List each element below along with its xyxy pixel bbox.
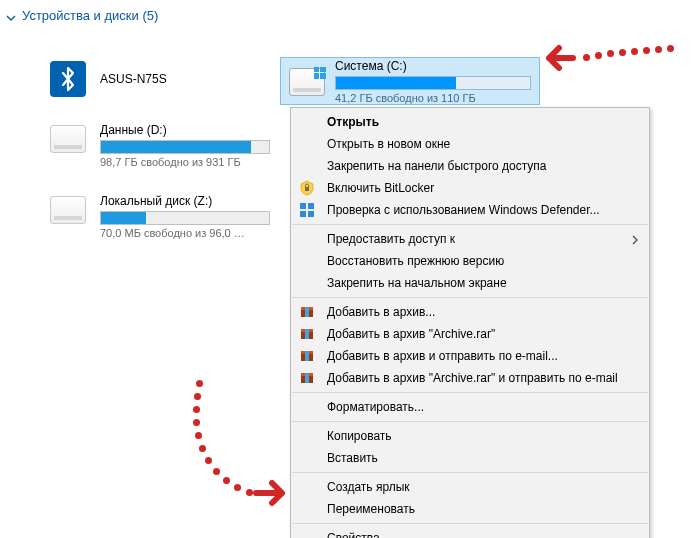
svg-rect-7 <box>300 211 306 217</box>
drive-label: Система (C:) <box>335 59 531 73</box>
hdd-icon <box>50 196 86 224</box>
menu-defender-scan[interactable]: Проверка с использованием Windows Defend… <box>291 199 649 221</box>
hdd-icon <box>289 68 325 96</box>
menu-winrar-email[interactable]: Добавить в архив и отправить по e-mail..… <box>291 345 649 367</box>
menu-winrar-named-email[interactable]: Добавить в архив "Archive.rar" и отправи… <box>291 367 649 389</box>
menu-separator <box>292 297 648 298</box>
menu-rename[interactable]: Переименовать <box>291 498 649 520</box>
annotation-arrow-bottom <box>180 380 300 530</box>
bitlocker-icon <box>299 180 315 196</box>
svg-rect-11 <box>305 307 309 317</box>
svg-rect-2 <box>314 73 319 79</box>
menu-create-shortcut[interactable]: Создать ярлык <box>291 476 649 498</box>
svg-rect-4 <box>305 187 309 191</box>
context-menu: Открыть Открыть в новом окне Закрепить н… <box>290 107 650 538</box>
drive-subtext: 98,7 ГБ свободно из 931 ГБ <box>100 156 270 168</box>
svg-rect-0 <box>314 67 319 72</box>
device-bluetooth[interactable]: ASUS-N75S <box>50 61 270 97</box>
menu-enable-bitlocker[interactable]: Включить BitLocker <box>291 177 649 199</box>
menu-separator <box>292 523 648 524</box>
defender-icon <box>299 202 315 218</box>
winrar-icon <box>299 370 315 386</box>
svg-rect-6 <box>308 203 314 209</box>
svg-rect-20 <box>305 373 309 383</box>
group-title-label: Устройства и диски (5) <box>22 8 158 23</box>
drive-subtext: 70,0 МБ свободно из 96,0 … <box>100 227 270 239</box>
winrar-icon <box>299 326 315 342</box>
winrar-icon <box>299 304 315 320</box>
menu-pin-quick-access[interactable]: Закрепить на панели быстрого доступа <box>291 155 649 177</box>
menu-restore-previous[interactable]: Восстановить прежнюю версию <box>291 250 649 272</box>
menu-separator <box>292 392 648 393</box>
svg-rect-14 <box>305 329 309 339</box>
svg-rect-17 <box>305 351 309 361</box>
usage-bar <box>100 140 270 154</box>
svg-rect-1 <box>320 67 326 72</box>
drive-subtext: 41,2 ГБ свободно из 110 ГБ <box>335 92 531 104</box>
bluetooth-icon <box>50 61 86 97</box>
drive-label: Данные (D:) <box>100 123 270 137</box>
menu-pin-start[interactable]: Закрепить на начальном экране <box>291 272 649 294</box>
menu-properties[interactable]: Свойства <box>291 527 649 538</box>
drive-data-d[interactable]: Данные (D:) 98,7 ГБ свободно из 931 ГБ <box>50 123 270 168</box>
svg-rect-8 <box>308 211 314 217</box>
windows-flag-icon <box>314 67 326 79</box>
devices-group-header[interactable]: Устройства и диски (5) <box>0 0 696 27</box>
menu-separator <box>292 472 648 473</box>
annotation-arrow-top <box>545 36 685 79</box>
chevron-down-icon <box>6 11 16 21</box>
menu-winrar-add[interactable]: Добавить в архив... <box>291 301 649 323</box>
winrar-icon <box>299 348 315 364</box>
drive-system-c-selected[interactable]: Система (C:) 41,2 ГБ свободно из 110 ГБ <box>280 57 540 105</box>
menu-give-access-to[interactable]: Предоставить доступ к <box>291 228 649 250</box>
usage-bar <box>100 211 270 225</box>
menu-open-new-window[interactable]: Открыть в новом окне <box>291 133 649 155</box>
menu-format[interactable]: Форматировать... <box>291 396 649 418</box>
menu-separator <box>292 421 648 422</box>
svg-rect-5 <box>300 203 306 209</box>
menu-paste[interactable]: Вставить <box>291 447 649 469</box>
submenu-arrow-icon <box>631 234 639 248</box>
usage-bar <box>335 76 531 90</box>
menu-copy[interactable]: Копировать <box>291 425 649 447</box>
device-label: ASUS-N75S <box>100 72 167 86</box>
menu-open[interactable]: Открыть <box>291 111 649 133</box>
menu-separator <box>292 224 648 225</box>
menu-winrar-add-named[interactable]: Добавить в архив "Archive.rar" <box>291 323 649 345</box>
hdd-icon <box>50 125 86 153</box>
svg-rect-3 <box>320 73 326 79</box>
drive-label: Локальный диск (Z:) <box>100 194 270 208</box>
drive-local-z[interactable]: Локальный диск (Z:) 70,0 МБ свободно из … <box>50 194 270 239</box>
